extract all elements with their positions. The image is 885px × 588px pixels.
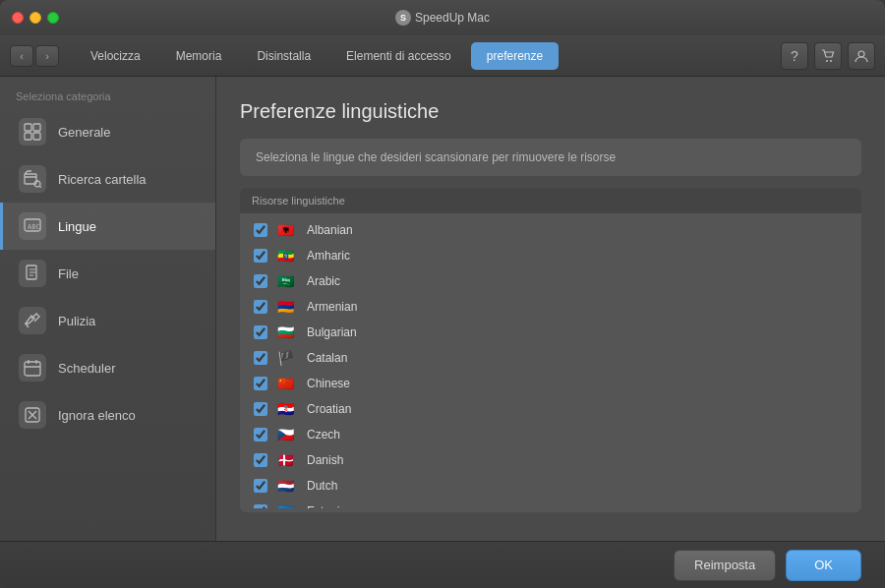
- sidebar-item-label-scheduler: Scheduler: [58, 361, 116, 376]
- flag-amharic: 🇪🇹: [277, 249, 297, 263]
- flag-estonian: 🇪🇪: [277, 504, 297, 508]
- content-area: Preferenze linguistiche Seleziona le lin…: [216, 77, 885, 541]
- list-item: 🇩🇰Danish: [240, 447, 861, 473]
- svg-rect-6: [33, 133, 40, 140]
- checkbox-armenian[interactable]: [254, 300, 267, 314]
- toolbar-actions: ?: [781, 42, 875, 70]
- ignora-elenco-icon: [19, 401, 46, 429]
- lang-label-arabic: Arabic: [307, 274, 340, 288]
- generale-icon: [19, 118, 46, 146]
- page-title: Preferenze linguistiche: [240, 100, 861, 123]
- checkbox-albanian[interactable]: [254, 223, 267, 237]
- sidebar-item-pulizia[interactable]: Pulizia: [0, 297, 215, 344]
- checkbox-catalan[interactable]: [254, 351, 267, 365]
- footer: Reimposta OK: [0, 541, 885, 588]
- toolbar-tabs: VelocizzaMemoriaDisinstallaElementi di a…: [75, 42, 559, 70]
- svg-rect-3: [25, 124, 31, 131]
- scheduler-icon: [19, 354, 46, 382]
- checkbox-croatian[interactable]: [254, 402, 267, 416]
- list-item: 🇳🇱Dutch: [240, 473, 861, 499]
- sidebar-item-label-ricerca-cartella: Ricerca cartella: [58, 172, 147, 187]
- ricerca-cartella-icon: [19, 165, 46, 193]
- maximize-button[interactable]: [47, 12, 59, 24]
- tab-elementi[interactable]: Elementi di accesso: [330, 42, 467, 70]
- lang-label-dutch: Dutch: [307, 479, 337, 493]
- flag-albanian: 🇦🇱: [277, 223, 297, 237]
- lang-label-bulgarian: Bulgarian: [307, 325, 357, 339]
- tab-velocizza[interactable]: Velocizza: [75, 42, 156, 70]
- flag-danish: 🇩🇰: [277, 453, 297, 467]
- checkbox-arabic[interactable]: [254, 274, 267, 288]
- flag-chinese: 🇨🇳: [277, 377, 297, 390]
- lingue-icon: ABC: [19, 212, 46, 240]
- sidebar-item-label-generale: Generale: [58, 125, 110, 140]
- lang-label-danish: Danish: [307, 453, 343, 467]
- lang-label-amharic: Amharic: [307, 249, 350, 263]
- checkbox-dutch[interactable]: [254, 479, 267, 493]
- file-icon: [19, 260, 46, 287]
- lang-label-chinese: Chinese: [307, 377, 350, 390]
- lang-label-czech: Czech: [307, 428, 340, 441]
- checkbox-danish[interactable]: [254, 453, 267, 467]
- list-item: 🇸🇦Arabic: [240, 268, 861, 294]
- list-item: 🇨🇳Chinese: [240, 371, 861, 396]
- lang-label-catalan: Catalan: [307, 351, 347, 365]
- list-item: 🇪🇹Amharic: [240, 243, 861, 268]
- tab-memoria[interactable]: Memoria: [160, 42, 238, 70]
- flag-armenian: 🇦🇲: [277, 300, 297, 314]
- list-item: 🇦🇱Albanian: [240, 217, 861, 243]
- ok-button[interactable]: OK: [786, 550, 861, 581]
- reset-button[interactable]: Reimposta: [674, 550, 776, 581]
- lang-label-croatian: Croatian: [307, 402, 351, 416]
- sidebar-item-ricerca-cartella[interactable]: Ricerca cartella: [0, 155, 215, 203]
- sidebar-item-file[interactable]: File: [0, 250, 215, 297]
- nav-arrows: ‹ ›: [10, 45, 59, 67]
- checkbox-amharic[interactable]: [254, 249, 267, 263]
- app-title: S SpeedUp Mac: [395, 10, 490, 26]
- svg-point-0: [826, 60, 828, 62]
- help-button[interactable]: ?: [781, 42, 808, 70]
- titlebar: S SpeedUp Mac: [0, 0, 885, 35]
- flag-croatian: 🇭🇷: [277, 402, 297, 416]
- cart-button[interactable]: [814, 42, 842, 70]
- flag-dutch: 🇳🇱: [277, 479, 297, 493]
- sidebar-item-label-file: File: [58, 266, 79, 281]
- lang-label-albanian: Albanian: [307, 223, 353, 237]
- sidebar-item-ignora-elenco[interactable]: Ignora elenco: [0, 391, 215, 439]
- list-item: 🏴Catalan: [240, 345, 861, 371]
- sidebar-item-label-lingue: Lingue: [58, 219, 96, 234]
- flag-bulgarian: 🇧🇬: [277, 325, 297, 339]
- lang-label-estonian: Estonian: [307, 504, 353, 508]
- app-icon: S: [395, 10, 411, 26]
- checkbox-bulgarian[interactable]: [254, 325, 267, 339]
- lang-label-armenian: Armenian: [307, 300, 357, 314]
- nav-forward-button[interactable]: ›: [35, 45, 59, 67]
- sidebar-item-lingue[interactable]: ABCLingue: [0, 203, 215, 250]
- minimize-button[interactable]: [30, 12, 41, 24]
- window-controls: [12, 12, 59, 24]
- description-text: Seleziona le lingue che desideri scansio…: [256, 150, 616, 164]
- nav-back-button[interactable]: ‹: [10, 45, 33, 67]
- sidebar-item-generale[interactable]: Generale: [0, 108, 215, 155]
- language-list-container: Risorse linguistiche 🇦🇱Albanian🇪🇹Amharic…: [240, 188, 861, 512]
- sidebar-items-container: GeneraleRicerca cartellaABCLingueFilePul…: [0, 108, 215, 439]
- svg-rect-12: [25, 362, 40, 376]
- user-button[interactable]: [848, 42, 875, 70]
- main-layout: Seleziona categoria GeneraleRicerca cart…: [0, 77, 885, 541]
- tab-preferenze[interactable]: preferenze: [471, 42, 559, 70]
- checkbox-estonian[interactable]: [254, 504, 267, 508]
- svg-rect-5: [25, 133, 31, 140]
- sidebar-item-scheduler[interactable]: Scheduler: [0, 344, 215, 391]
- list-item: 🇦🇲Armenian: [240, 294, 861, 320]
- sidebar-item-label-pulizia: Pulizia: [58, 314, 95, 328]
- tab-disinstalla[interactable]: Disinstalla: [241, 42, 326, 70]
- svg-text:ABC: ABC: [28, 223, 40, 231]
- close-button[interactable]: [12, 12, 24, 24]
- list-item: 🇨🇿Czech: [240, 422, 861, 447]
- pulizia-icon: [19, 307, 46, 334]
- svg-point-1: [830, 60, 832, 62]
- checkbox-chinese[interactable]: [254, 377, 267, 390]
- svg-point-2: [858, 51, 864, 57]
- checkbox-czech[interactable]: [254, 428, 267, 441]
- language-list-scroll[interactable]: 🇦🇱Albanian🇪🇹Amharic🇸🇦Arabic🇦🇲Armenian🇧🇬B…: [240, 213, 861, 508]
